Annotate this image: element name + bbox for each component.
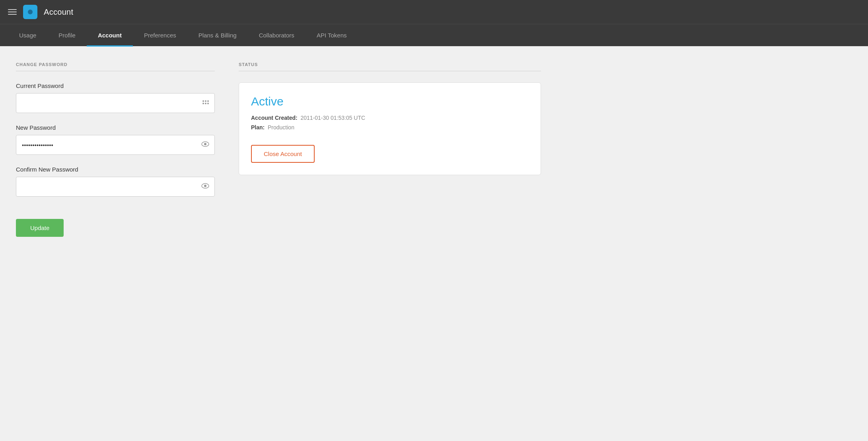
- confirm-password-input[interactable]: [16, 177, 215, 197]
- plan-line: Plan: Production: [251, 124, 529, 131]
- status-title: STATUS: [239, 62, 541, 71]
- new-password-input[interactable]: [16, 135, 215, 155]
- svg-point-3: [202, 103, 204, 104]
- account-created-key: Account Created:: [251, 115, 298, 121]
- current-password-input[interactable]: [16, 93, 215, 113]
- tab-collaborators[interactable]: Collaborators: [248, 24, 306, 47]
- tab-preferences[interactable]: Preferences: [133, 24, 187, 47]
- svg-point-1: [205, 100, 206, 102]
- change-password-title: CHANGE PASSWORD: [16, 62, 215, 71]
- svg-point-0: [202, 100, 204, 102]
- plan-value: Production: [268, 124, 294, 131]
- change-password-panel: CHANGE PASSWORD Current Password New Pas…: [16, 62, 215, 237]
- tab-usage[interactable]: Usage: [8, 24, 47, 47]
- svg-point-7: [204, 143, 206, 145]
- nav-tabs: Usage Profile Account Preferences Plans …: [0, 24, 868, 46]
- tab-plans-billing[interactable]: Plans & Billing: [187, 24, 248, 47]
- update-button[interactable]: Update: [16, 219, 64, 237]
- svg-point-4: [205, 103, 206, 104]
- confirm-password-toggle-icon[interactable]: [201, 183, 209, 190]
- confirm-password-wrapper: [16, 177, 215, 197]
- new-password-wrapper: [16, 135, 215, 155]
- status-panel: STATUS Active Account Created: 2011-01-3…: [239, 62, 541, 237]
- account-created-value: 2011-01-30 01:53:05 UTC: [300, 115, 365, 121]
- account-created-line: Account Created: 2011-01-30 01:53:05 UTC: [251, 115, 529, 121]
- svg-point-2: [207, 100, 209, 102]
- tab-api-tokens[interactable]: API Tokens: [306, 24, 358, 47]
- current-password-label: Current Password: [16, 82, 215, 89]
- app-logo: [23, 5, 37, 19]
- tab-account[interactable]: Account: [87, 24, 133, 47]
- new-password-toggle-icon[interactable]: [201, 141, 209, 148]
- new-password-label: New Password: [16, 124, 215, 131]
- status-active-label: Active: [251, 95, 529, 108]
- page-title: Account: [44, 8, 73, 17]
- main-content: CHANGE PASSWORD Current Password New Pas…: [0, 46, 557, 253]
- close-account-button[interactable]: Close Account: [251, 145, 315, 163]
- tab-profile[interactable]: Profile: [47, 24, 87, 47]
- svg-point-9: [204, 185, 206, 187]
- current-password-wrapper: [16, 93, 215, 113]
- menu-icon[interactable]: [8, 9, 17, 15]
- password-dots-icon[interactable]: [202, 100, 209, 107]
- plan-key: Plan:: [251, 124, 265, 131]
- status-card: Active Account Created: 2011-01-30 01:53…: [239, 82, 541, 175]
- confirm-password-label: Confirm New Password: [16, 166, 215, 173]
- svg-point-5: [207, 103, 209, 104]
- topbar: Account: [0, 0, 868, 24]
